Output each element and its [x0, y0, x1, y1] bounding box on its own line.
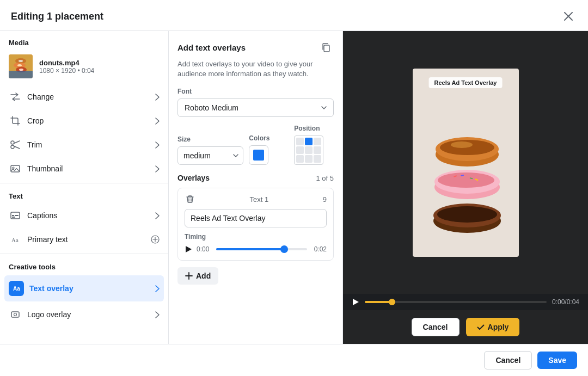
- video-donut-image: [413, 69, 519, 257]
- svg-rect-12: [11, 165, 20, 172]
- svg-point-43: [451, 141, 473, 148]
- chevron-right-icon-text-overlay: [155, 285, 160, 292]
- overlay-card-chars: 9: [323, 195, 327, 204]
- position-grid[interactable]: [294, 135, 323, 165]
- media-thumbnail: [9, 54, 33, 78]
- video-progress-fill: [365, 301, 392, 303]
- footer-cancel-button[interactable]: Cancel: [484, 351, 532, 369]
- svg-marker-26: [186, 246, 192, 252]
- plus-icon: [185, 272, 193, 280]
- footer-cancel-label: Cancel: [495, 356, 520, 365]
- apply-button[interactable]: Apply: [466, 318, 520, 336]
- creative-tools-label: Creative tools: [0, 256, 168, 274]
- modal-header: Editing 1 placement: [0, 0, 588, 31]
- video-time: 0:00/0:04: [552, 298, 579, 306]
- apply-label: Apply: [488, 323, 509, 331]
- right-panel: Reels Ad Text Overlay: [343, 31, 588, 344]
- timing-play-button[interactable]: [185, 245, 192, 253]
- video-progress-bar[interactable]: [365, 301, 547, 303]
- svg-point-6: [19, 69, 23, 71]
- media-info: donuts.mp4 1080 × 1920 • 0:04: [0, 50, 168, 85]
- svg-point-4: [17, 64, 22, 66]
- sidebar-item-logo-overlay[interactable]: Logo overlay: [0, 303, 168, 326]
- timing-end-time: 0:02: [311, 245, 327, 253]
- pos-cell-br: [314, 155, 321, 163]
- text-aa-icon: Aa: [9, 233, 22, 246]
- sidebar-item-logo-overlay-label: Logo overlay: [27, 310, 150, 319]
- sidebar-item-trim[interactable]: Trim: [0, 133, 168, 157]
- sidebar-item-change[interactable]: Change: [0, 85, 168, 109]
- delete-overlay-button[interactable]: [185, 194, 195, 205]
- svg-point-32: [437, 206, 497, 223]
- thumbnail-icon: [9, 162, 22, 175]
- video-progress-thumb[interactable]: [389, 299, 395, 305]
- pos-cell-mr: [314, 146, 321, 154]
- timing-controls: 0:00 0:02: [185, 244, 327, 255]
- timing-slider[interactable]: [216, 244, 307, 255]
- pos-cell-bc: [305, 155, 313, 163]
- color-swatch: [253, 150, 264, 161]
- pos-cell-tl: [296, 138, 304, 145]
- chevron-right-icon-captions: [155, 212, 160, 219]
- sidebar-item-text-overlay[interactable]: Aa Text overlay: [4, 275, 164, 301]
- media-section-label: Media: [0, 31, 168, 50]
- close-button[interactable]: [560, 8, 577, 25]
- pos-cell-tr: [314, 138, 321, 145]
- chevron-right-icon-logo: [155, 311, 160, 318]
- chevron-right-icon-trim: [155, 141, 160, 149]
- aa-icon: Aa: [9, 281, 24, 296]
- timing-section: Timing 0:00: [185, 233, 327, 255]
- checkmark-icon: [477, 323, 485, 331]
- colors-label: Colors: [249, 134, 270, 142]
- overlay-cancel-button[interactable]: Cancel: [412, 318, 460, 336]
- timing-slider-thumb[interactable]: [280, 245, 288, 253]
- add-overlay-button[interactable]: Add: [177, 267, 218, 285]
- color-swatch-button[interactable]: [249, 145, 268, 165]
- timing-start-time: 0:00: [197, 245, 212, 253]
- chevron-right-icon: [155, 94, 160, 101]
- pos-cell-mc: [305, 146, 313, 154]
- video-frame: Reels Ad Text Overlay: [413, 69, 519, 257]
- play-icon: [352, 298, 359, 306]
- svg-marker-44: [353, 299, 359, 305]
- media-filename: donuts.mp4: [39, 59, 94, 67]
- media-dimensions: 1080 × 1920 • 0:04: [39, 67, 94, 75]
- footer-save-button[interactable]: Save: [537, 352, 577, 369]
- timing-slider-track: [216, 248, 307, 250]
- svg-point-2: [19, 60, 23, 62]
- modal-title: Editing 1 placement: [11, 11, 103, 22]
- svg-rect-15: [12, 215, 14, 216]
- timing-slider-fill: [216, 248, 284, 250]
- sidebar-item-thumbnail[interactable]: Thumbnail: [0, 157, 168, 181]
- sidebar-item-thumbnail-label: Thumbnail: [27, 164, 150, 173]
- overlay-card: Text 1 9 Timing 0:00: [177, 188, 334, 261]
- copy-button[interactable]: [318, 40, 334, 55]
- add-overlays-description: Add text overlays to your video to give …: [177, 59, 334, 79]
- svg-point-13: [13, 167, 14, 169]
- sidebar-item-primary-text[interactable]: Aa Primary text: [0, 227, 168, 251]
- sidebar-item-captions-label: Captions: [27, 211, 150, 220]
- overlays-title: Overlays: [177, 174, 210, 182]
- size-select[interactable]: medium: [177, 146, 243, 165]
- video-play-button[interactable]: [352, 298, 359, 306]
- media-details: donuts.mp4 1080 × 1920 • 0:04: [39, 59, 94, 75]
- media-thumbnail-image: [9, 54, 33, 78]
- divider-2: [0, 254, 168, 254]
- modal-container: Editing 1 placement Media: [0, 0, 588, 376]
- font-select[interactable]: Roboto Medium: [177, 98, 334, 117]
- video-action-buttons: Cancel Apply: [343, 310, 588, 344]
- chevron-right-icon-thumbnail: [155, 165, 160, 172]
- modal-footer: Cancel Save: [0, 344, 588, 376]
- sidebar-item-crop[interactable]: Crop: [0, 109, 168, 133]
- swap-icon: [9, 90, 22, 103]
- trim-icon: [9, 138, 22, 151]
- svg-rect-16: [15, 215, 19, 216]
- middle-panel: Add text overlays Add text overlays to y…: [169, 31, 343, 344]
- overlay-text-input[interactable]: [185, 209, 327, 227]
- size-label: Size: [177, 135, 243, 143]
- overlays-header: Overlays 1 of 5: [177, 174, 334, 182]
- sidebar-item-change-label: Change: [27, 93, 150, 101]
- logo-icon: [9, 308, 22, 321]
- font-label: Font: [177, 88, 334, 95]
- sidebar-item-captions[interactable]: Captions: [0, 204, 168, 227]
